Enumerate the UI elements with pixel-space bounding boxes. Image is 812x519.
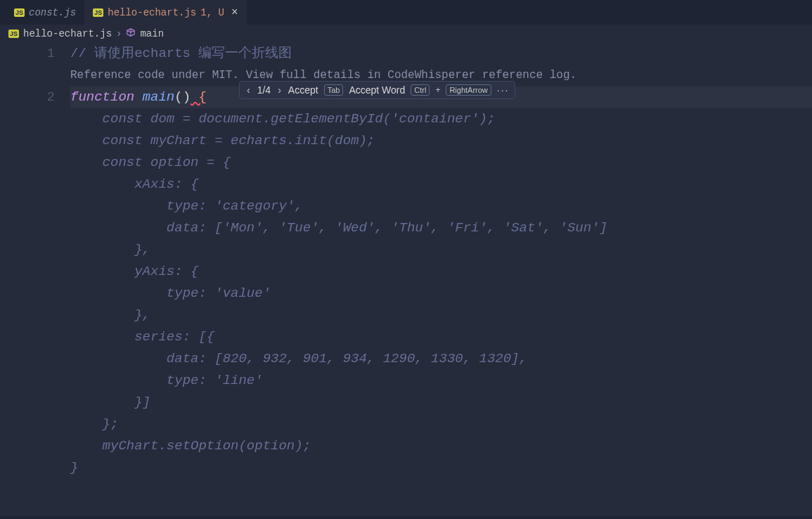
more-actions-icon[interactable]: ··· [497,84,510,96]
suggestion-ghost-text: }; [70,414,812,435]
line-number [0,392,55,414]
tab-const-js[interactable]: JS const.js [6,0,84,25]
line-number [0,196,55,217]
line-number [0,348,55,370]
suggestion-ghost-text: data: ['Mon', 'Tue', 'Wed', 'Thu', 'Fri'… [70,217,812,239]
accept-word-button[interactable]: Accept Word [349,84,405,96]
code-keyword: function [70,89,134,105]
suggestion-ghost-text: }, [70,239,812,261]
breadcrumb: JS hello-echart.js › main [0,25,812,43]
line-number [0,305,55,326]
line-number [0,217,55,239]
suggestion-ghost-text: data: [820, 932, 901, 934, 1290, 1330, 1… [70,348,812,370]
js-icon: JS [93,8,103,17]
cube-icon [126,27,136,40]
suggestion-ghost-text: xAxis: { [70,174,812,196]
code-brace-error: { [191,89,207,105]
suggestion-ghost-text: yAxis: { [70,261,812,283]
reference-notice: Reference code under MIT. View full deta… [70,69,576,82]
line-number [0,152,55,174]
chevron-right-icon: › [116,28,122,39]
line-number [0,174,55,196]
next-suggestion-icon[interactable]: › [276,84,283,96]
prev-suggestion-icon[interactable]: ‹ [245,84,252,96]
tab-label: const.js [29,7,76,18]
close-icon[interactable]: × [231,6,238,19]
js-icon: JS [14,8,25,17]
tab-bar: JS const.js JS hello-echart.js 1, U × [0,0,812,25]
tab-hello-echart-js[interactable]: JS hello-echart.js 1, U × [84,0,246,25]
kbd-plus: + [435,85,440,95]
line-number [0,65,55,86]
suggestion-ghost-text: const myChart = echarts.init(dom); [70,130,812,152]
line-number [0,326,55,348]
breadcrumb-symbol[interactable]: main [140,28,164,39]
line-number [0,130,55,152]
line-number [0,435,55,457]
suggestion-ghost-text: const option = { [70,152,812,174]
suggestion-ghost-text: type: 'line' [70,370,812,392]
suggestion-ghost-text: const dom = document.getElementById('con… [70,108,812,130]
breadcrumb-file[interactable]: hello-echart.js [23,28,112,39]
line-number [0,457,55,479]
suggestion-ghost-text: }] [70,392,812,414]
line-number-gutter: 1 2 [0,43,70,516]
js-icon: JS [8,30,19,38]
suggestion-ghost-text: } [70,457,812,479]
inline-suggestion-toolbar: ‹ 1/4 › Accept Tab Accept Word Ctrl + Ri… [239,81,515,99]
line-number [0,261,55,283]
kbd-hint: Ctrl [411,84,430,96]
suggestion-ghost-text: myChart.setOption(option); [70,435,812,457]
tab-label: hello-echart.js [108,7,196,18]
line-number [0,239,55,261]
line-number: 2 [0,86,55,108]
code-parens: () [174,89,191,105]
kbd-hint: Tab [324,84,344,96]
suggestion-ghost-text: type: 'value' [70,283,812,305]
line-number: 1 [0,43,55,65]
tab-modified-status: 1, U [200,7,224,18]
code-function-name: main [134,89,174,105]
suggestion-ghost-text: series: [{ [70,326,812,348]
line-number [0,414,55,435]
editor[interactable]: 1 2 // 请使用echarts 编写一个折线图 Reference code… [0,43,812,516]
code-area[interactable]: // 请使用echarts 编写一个折线图 Reference code und… [70,43,812,516]
suggestion-ghost-text: }, [70,305,812,326]
kbd-hint: RightArrow [446,84,491,96]
suggestion-ghost-text: type: 'category', [70,196,812,217]
accept-button[interactable]: Accept [288,84,318,96]
suggestion-counter: 1/4 [257,84,271,96]
line-number [0,108,55,130]
line-number [0,283,55,305]
line-number [0,370,55,392]
code-comment: // 请使用echarts 编写一个折线图 [70,46,292,61]
